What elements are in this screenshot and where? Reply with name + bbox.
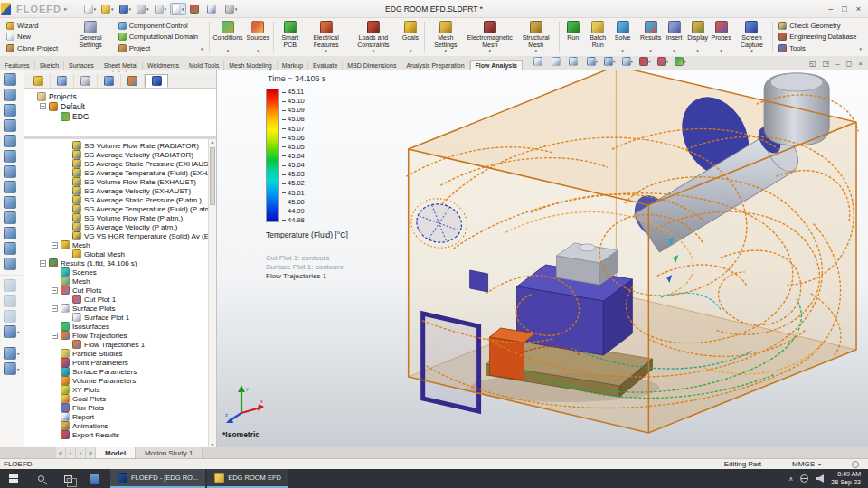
legend-bar[interactable] xyxy=(266,89,279,222)
tree-item[interactable]: Scenes xyxy=(24,267,208,277)
tree-item[interactable]: SG Average Velocity (P atm.) xyxy=(24,222,208,231)
qat-button[interactable]: ▾ xyxy=(223,3,240,15)
tab-nav-button[interactable]: › xyxy=(76,447,86,458)
dropdown-caret-icon[interactable]: ▾ xyxy=(129,6,132,12)
taskbar-app-button[interactable]: EDG ROOM EFD xyxy=(207,469,288,488)
side-tool-button[interactable]: ▸ xyxy=(4,242,20,255)
tree-item[interactable]: SG Average Static Pressure (P atm.) xyxy=(24,195,208,204)
command-tab[interactable]: Flow Analysis xyxy=(470,60,523,70)
side-tool-button[interactable]: ▸ xyxy=(4,181,20,193)
doc-window-button[interactable]: ◳ xyxy=(823,60,830,68)
qat-button[interactable]: ▾ xyxy=(153,3,169,15)
scroll-down-icon[interactable]: ▼ xyxy=(209,442,216,447)
side-tool-button[interactable]: ▸ xyxy=(4,150,20,163)
panel-tab[interactable] xyxy=(145,74,168,88)
view-tool-button[interactable]: ▾ xyxy=(602,55,618,68)
side-tool-button[interactable]: ▸ xyxy=(4,325,20,338)
ribbon-button[interactable]: General Settings▾ xyxy=(68,19,114,55)
ribbon-button[interactable]: Component Control▾ xyxy=(117,20,205,31)
qat-button[interactable]: ▾ xyxy=(205,3,222,15)
ribbon-button[interactable]: Batch Run▾ xyxy=(585,19,611,55)
side-tool-button[interactable]: ▸ xyxy=(0,343,24,360)
dropdown-caret-icon[interactable]: ▾ xyxy=(111,6,114,12)
view-tool-button[interactable]: ▾ xyxy=(567,55,582,68)
view-tool-button[interactable]: ▾ xyxy=(637,55,653,68)
ribbon-button[interactable]: Structural Mesh▾ xyxy=(515,19,557,55)
tree-item[interactable]: SG Average Velocity (RADIATOR) xyxy=(24,150,208,159)
side-tool-button[interactable]: ▸ xyxy=(4,89,20,101)
ribbon-button[interactable]: Results▾ xyxy=(639,19,663,55)
ribbon-button[interactable]: Goals▾ xyxy=(399,19,422,55)
tree-item[interactable]: SG Average Static Pressure (EXHAUST) xyxy=(24,159,208,168)
ribbon-button[interactable]: New▾ xyxy=(5,32,65,42)
side-tool-button[interactable]: ▸ xyxy=(4,211,20,224)
tree-item[interactable]: −Flow Trajectories xyxy=(24,331,208,340)
tab-nav-button[interactable]: « xyxy=(56,447,66,458)
tree-item[interactable]: SG Average Velocity (EXHAUST) xyxy=(24,186,208,195)
search-button[interactable] xyxy=(27,469,54,488)
tree-item[interactable]: Mesh xyxy=(24,277,208,286)
ribbon-button[interactable]: Wizard▾ xyxy=(5,20,65,31)
radiator-core[interactable] xyxy=(490,337,524,380)
view-tool-button[interactable]: ▾ xyxy=(673,55,688,68)
volume-icon[interactable] xyxy=(816,474,824,483)
command-tab[interactable]: Surfaces xyxy=(64,61,99,70)
side-tool-button[interactable]: ▸ xyxy=(4,135,20,147)
network-icon[interactable] xyxy=(800,474,808,483)
tree-item[interactable]: SG Volume Flow Rate (EXHAUST) xyxy=(24,177,208,186)
dropdown-caret-icon[interactable]: ▾ xyxy=(146,6,149,12)
tree-item[interactable]: −Default xyxy=(24,101,216,111)
ribbon-button[interactable]: Electrical Features▾ xyxy=(304,19,348,55)
command-tab[interactable]: MBD Dimensions xyxy=(343,61,401,70)
dropdown-caret-icon[interactable]: ▾ xyxy=(235,6,238,12)
ribbon-button[interactable]: Sources▾ xyxy=(245,19,272,55)
ribbon-button[interactable]: Insert▾ xyxy=(663,19,686,55)
qat-button[interactable]: ▾ xyxy=(135,3,151,15)
ribbon-button[interactable]: Run▾ xyxy=(561,19,585,55)
tree-item[interactable]: Volume Parameters xyxy=(24,376,208,385)
tree-item[interactable]: Projects xyxy=(24,91,216,101)
tree-item[interactable]: Isosurfaces xyxy=(24,322,208,331)
dropdown-caret-icon[interactable]: ▾ xyxy=(165,6,167,12)
task-view-button[interactable] xyxy=(54,469,81,488)
command-tab[interactable]: Features xyxy=(0,61,35,70)
tree-item[interactable]: Report xyxy=(24,412,208,421)
doc-window-button[interactable]: × xyxy=(858,60,863,68)
tree-item[interactable]: SG Average Temperature (Fluid) (P atm.) xyxy=(24,204,208,213)
ribbon-button[interactable]: Conditions▾ xyxy=(212,19,245,55)
tree-item[interactable]: Surface Parameters xyxy=(24,367,208,376)
ribbon-button[interactable]: Check Geometry▾ xyxy=(777,20,863,31)
command-tab[interactable]: Evaluate xyxy=(308,61,343,70)
doc-window-button[interactable]: – xyxy=(835,60,839,68)
command-tab[interactable]: Mesh Modeling xyxy=(224,61,277,70)
command-tab[interactable]: Weldments xyxy=(143,61,184,70)
qat-button[interactable]: ▾ xyxy=(82,3,99,15)
color-legend[interactable]: 45.1145.1045.0945.0845.0745.0645.0545.04… xyxy=(266,89,348,281)
dropdown-caret-icon[interactable]: ▾ xyxy=(182,6,184,12)
ribbon-button[interactable]: Mesh Settings▾ xyxy=(427,19,465,55)
ribbon-button[interactable]: Probes▾ xyxy=(710,19,733,55)
tree-item[interactable]: XY Plots xyxy=(24,385,208,394)
tree-expander[interactable]: − xyxy=(52,333,58,339)
doc-window-button[interactable]: ◻ xyxy=(846,60,853,68)
globe-icon[interactable] xyxy=(852,461,859,468)
tree-item[interactable]: Export Results xyxy=(24,430,208,439)
menu-expand-icon[interactable]: ▸ xyxy=(64,5,68,13)
side-tool-button[interactable]: ▸ xyxy=(4,104,20,117)
side-tool-button[interactable]: ▸ xyxy=(4,165,20,178)
tree-item[interactable]: Goal Plots xyxy=(24,394,208,403)
tree-item[interactable]: Flux Plots xyxy=(24,403,208,412)
tab-nav-button[interactable]: ‹ xyxy=(66,447,76,458)
ribbon-button[interactable]: Smart PCB▾ xyxy=(276,19,304,55)
tree-expander[interactable]: − xyxy=(52,242,58,249)
side-tool-button[interactable]: ▸ xyxy=(4,119,20,132)
command-tab[interactable]: Mold Tools xyxy=(184,61,224,70)
ribbon-button[interactable]: Screen Capture▾ xyxy=(733,19,771,55)
tree-item[interactable]: Flow Trajectories 1 xyxy=(24,340,208,349)
ribbon-button[interactable]: Clone Project▾ xyxy=(5,43,65,54)
side-tool-button[interactable]: ▸ xyxy=(4,258,20,270)
maximize-button[interactable]: □ xyxy=(842,5,846,14)
tree-item[interactable]: −Cut Plots xyxy=(24,286,208,295)
taskbar-clock[interactable]: 8:49 AM 28-Sep-23 xyxy=(831,471,861,486)
tab-nav-button[interactable]: » xyxy=(86,447,96,458)
